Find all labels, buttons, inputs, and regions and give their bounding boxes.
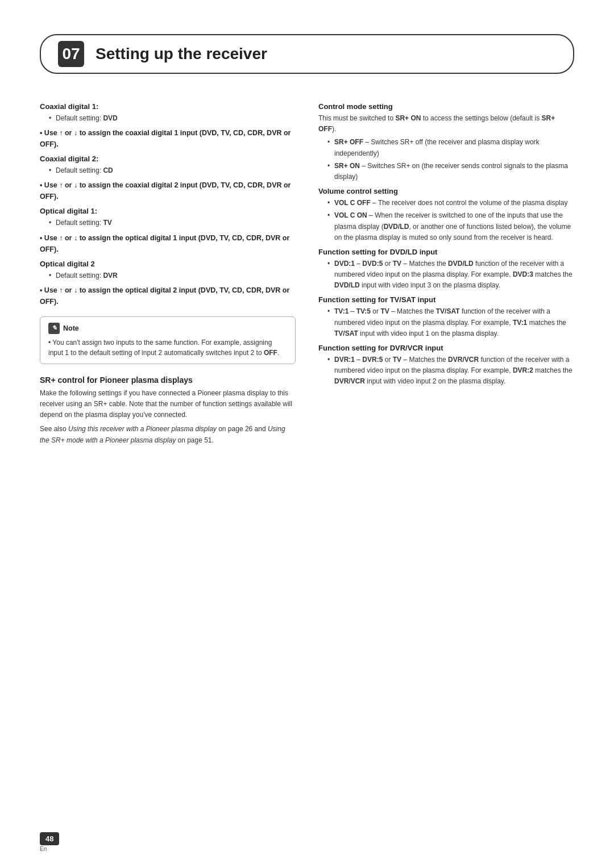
coaxial-digital-2-section: Coaxial digital 2: Default setting: CD •… <box>40 155 296 202</box>
chapter-number: 07 <box>58 41 84 67</box>
control-mode-item-off: SR+ OFF – Switches SR+ off (the receiver… <box>327 137 574 158</box>
function-dvr-item: DVR:1 – DVR:5 or TV – Matches the DVR/VC… <box>327 354 574 387</box>
coaxial-digital-2-heading: Coaxial digital 2: <box>40 155 296 163</box>
coaxial-digital-1-heading: Coaxial digital 1: <box>40 102 296 111</box>
note-text: • You can't assign two inputs to the sam… <box>48 337 287 358</box>
main-content: Coaxial digital 1: Default setting: DVD … <box>40 102 574 450</box>
optical-digital-1-section: Optical digital 1: Default setting: TV •… <box>40 207 296 254</box>
control-mode-section: Control mode setting This must be switch… <box>318 102 574 182</box>
chapter-header: 07 Setting up the receiver <box>40 34 574 74</box>
coaxial-digital-1-instruction: • Use ↑ or ↓ to assign the coaxial digit… <box>40 127 296 150</box>
optical-digital-1-heading: Optical digital 1: <box>40 207 296 215</box>
optical-digital-2-section: Optical digital 2 Default setting: DVR •… <box>40 260 296 307</box>
coaxial-digital-2-instruction: • Use ↑ or ↓ to assign the coaxial digit… <box>40 180 296 202</box>
sr-section-heading: SR+ control for Pioneer plasma displays <box>40 375 296 385</box>
control-mode-heading: Control mode setting <box>318 102 574 111</box>
page: 07 Setting up the receiver Coaxial digit… <box>0 0 614 868</box>
left-column: Coaxial digital 1: Default setting: DVD … <box>40 102 296 450</box>
volume-control-on: VOL C ON – When the receiver is switched… <box>327 210 574 243</box>
function-tv-section: Function setting for TV/SAT input TV:1 –… <box>318 295 574 339</box>
sr-section: SR+ control for Pioneer plasma displays … <box>40 375 296 446</box>
volume-control-off: VOL C OFF – The receiver does not contro… <box>327 198 574 208</box>
note-header: ✎ Note <box>48 323 287 334</box>
function-dvd-heading: Function setting for DVD/LD input <box>318 248 574 256</box>
chapter-title: Setting up the receiver <box>96 45 267 63</box>
volume-control-section: Volume control setting VOL C OFF – The r… <box>318 187 574 243</box>
function-dvr-heading: Function setting for DVR/VCR input <box>318 344 574 352</box>
optical-digital-2-instruction: • Use ↑ or ↓ to assign the optical digit… <box>40 285 296 307</box>
optical-digital-2-heading: Optical digital 2 <box>40 260 296 268</box>
volume-control-heading: Volume control setting <box>318 187 574 195</box>
page-lang: En <box>40 846 47 852</box>
function-tv-item: TV:1 – TV:5 or TV – Matches the TV/SAT f… <box>327 306 574 339</box>
coaxial-digital-1-section: Coaxial digital 1: Default setting: DVD … <box>40 102 296 150</box>
optical-digital-1-instruction: • Use ↑ or ↓ to assign the optical digit… <box>40 232 296 255</box>
note-label: Note <box>63 324 79 332</box>
function-tv-heading: Function setting for TV/SAT input <box>318 295 574 304</box>
function-dvd-section: Function setting for DVD/LD input DVD:1 … <box>318 248 574 291</box>
control-mode-item-on: SR+ ON – Switches SR+ on (the receiver s… <box>327 161 574 182</box>
optical-digital-2-default: Default setting: DVR <box>49 270 296 281</box>
sr-section-para1: Make the following settings if you have … <box>40 388 296 421</box>
right-column: Control mode setting This must be switch… <box>318 102 574 450</box>
page-number: 48 <box>40 832 59 845</box>
note-box: ✎ Note • You can't assign two inputs to … <box>40 316 296 364</box>
coaxial-digital-2-default: Default setting: CD <box>49 165 296 176</box>
note-icon: ✎ <box>48 323 60 334</box>
coaxial-digital-1-default: Default setting: DVD <box>49 113 296 124</box>
function-dvr-section: Function setting for DVR/VCR input DVR:1… <box>318 344 574 387</box>
control-mode-intro: This must be switched to SR+ ON to acces… <box>318 113 574 135</box>
sr-section-para2: See also Using this receiver with a Pion… <box>40 424 296 445</box>
optical-digital-1-default: Default setting: TV <box>49 218 296 228</box>
function-dvd-item: DVD:1 – DVD:5 or TV – Matches the DVD/LD… <box>327 258 574 291</box>
